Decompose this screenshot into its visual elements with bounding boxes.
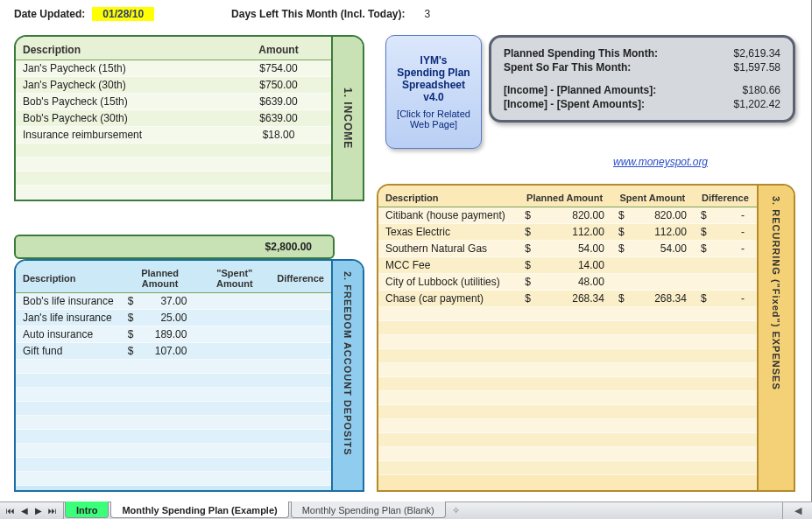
freedom-row[interactable]: Jan's life insurance $ 25.00 <box>16 310 331 326</box>
recurring-row-empty[interactable] <box>378 377 757 391</box>
freedom-row-empty[interactable] <box>16 388 331 402</box>
nav-last-icon[interactable]: ⏭ <box>46 502 60 520</box>
income-tab: 1. INCOME <box>333 37 363 200</box>
recurring-row-empty[interactable] <box>378 405 757 419</box>
recurring-row[interactable]: Texas Electric $ 112.00 $112.00$- <box>378 224 757 241</box>
income-desc: Jan's Paycheck (15th) <box>16 60 226 77</box>
currency-symbol: $ <box>121 310 135 326</box>
badge-line1: IYM's <box>420 54 448 67</box>
recurring-row[interactable]: City of Lubbock (utilities) $ 48.00 <box>378 274 757 291</box>
recurring-row[interactable]: Citibank (house payment) $ 820.00 $820.0… <box>378 207 757 224</box>
recurring-row-empty[interactable] <box>378 349 757 363</box>
recurring-planned: 112.00 <box>532 224 611 241</box>
moneyspot-link[interactable]: www.moneyspot.org <box>613 156 708 168</box>
freedom-diff <box>270 310 331 326</box>
recurring-row-empty[interactable] <box>378 433 757 447</box>
recurring-planned: 14.00 <box>532 257 611 274</box>
income-row-empty[interactable] <box>16 144 331 158</box>
income-row[interactable]: Jan's Paycheck (15th)$754.00 <box>16 60 331 77</box>
header-row: Date Updated: 01/28/10 Days Left This Mo… <box>14 7 430 21</box>
recurring-row[interactable]: Chase (car payment) $ 268.34 $268.34$- <box>378 291 757 307</box>
recurring-row-empty[interactable] <box>378 461 757 475</box>
recurring-desc: City of Lubbock (utilities) <box>378 274 518 291</box>
recurring-col-spent: Spent Amount <box>611 186 694 207</box>
recurring-table: Description Planned Amount Spent Amount … <box>378 186 757 475</box>
sheet-tab-example[interactable]: Monthly Spending Plan (Example) <box>110 501 288 518</box>
recurring-planned: 54.00 <box>532 241 611 257</box>
freedom-row[interactable]: Bob's life insurance $ 37.00 <box>16 293 331 310</box>
freedom-row[interactable]: Gift fund $ 107.00 <box>16 343 331 360</box>
income-desc: Jan's Paycheck (30th) <box>16 77 226 94</box>
recurring-spent: 268.34 <box>625 291 694 307</box>
income-row[interactable]: Bob's Paycheck (30th)$639.00 <box>16 110 331 127</box>
sheet-tab-intro[interactable]: Intro <box>65 501 109 518</box>
freedom-row-empty[interactable] <box>16 374 331 388</box>
recurring-row-empty[interactable] <box>378 419 757 433</box>
summary-row: [Income] - [Planned Amounts]:$180.66 <box>504 83 780 97</box>
recurring-desc: MCC Fee <box>378 257 518 274</box>
currency-symbol: $ <box>518 274 532 291</box>
currency-symbol: $ <box>611 224 625 241</box>
freedom-tab-label: 2. FREEDOM ACCOUNT DEPOSITS <box>342 271 353 456</box>
app-badge[interactable]: IYM's Spending Plan Spreadsheet v4.0 [Cl… <box>385 35 482 149</box>
summary-row: Spent So Far This Month:$1,597.58 <box>504 60 780 74</box>
freedom-planned: 189.00 <box>135 326 200 343</box>
income-row-empty[interactable] <box>16 172 331 186</box>
summary-row: Planned Spending This Month:$2,619.34 <box>504 46 780 60</box>
recurring-desc: Citibank (house payment) <box>378 207 518 224</box>
income-table: Description Amount Jan's Paycheck (15th)… <box>16 37 331 200</box>
recurring-planned: 268.34 <box>532 291 611 307</box>
freedom-row-empty[interactable] <box>16 360 331 374</box>
summary-label: [Income] - [Spent Amounts]: <box>504 98 645 110</box>
freedom-row-empty[interactable] <box>16 416 331 430</box>
income-row[interactable]: Bob's Paycheck (15th)$639.00 <box>16 94 331 110</box>
income-section: Description Amount Jan's Paycheck (15th)… <box>14 35 364 201</box>
nav-next-icon[interactable]: ▶ <box>32 502 46 520</box>
freedom-row-empty[interactable] <box>16 458 331 472</box>
recurring-desc: Texas Electric <box>378 224 518 241</box>
nav-first-icon[interactable]: ⏮ <box>4 502 18 520</box>
income-desc: Insurance reimbursement <box>16 127 226 144</box>
income-desc: Bob's Paycheck (15th) <box>16 94 226 110</box>
recurring-row-empty[interactable] <box>378 391 757 405</box>
insert-sheet-icon[interactable]: ✧ <box>447 502 466 519</box>
recurring-row-empty[interactable] <box>378 321 757 335</box>
recurring-row[interactable]: MCC Fee $ 14.00 <box>378 257 757 274</box>
badge-link-text: [Click for Related Web Page] <box>390 109 477 130</box>
income-row-empty[interactable] <box>16 186 331 200</box>
recurring-diff: - <box>708 207 757 224</box>
freedom-row-empty[interactable] <box>16 472 331 486</box>
hscroll-left-icon[interactable]: ◀ <box>782 502 812 519</box>
recurring-planned: 48.00 <box>532 274 611 291</box>
recurring-row-empty[interactable] <box>378 307 757 321</box>
currency-symbol: $ <box>518 224 532 241</box>
recurring-row-empty[interactable] <box>378 363 757 377</box>
freedom-row-empty[interactable] <box>16 444 331 458</box>
freedom-row[interactable]: Auto insurance $ 189.00 <box>16 326 331 343</box>
sheet-tab-blank[interactable]: Monthly Spending Plan (Blank) <box>291 501 446 518</box>
freedom-row-empty[interactable] <box>16 430 331 444</box>
freedom-table: Description Planned Amount "Spent" Amoun… <box>16 261 331 486</box>
freedom-planned: 37.00 <box>135 293 200 310</box>
freedom-tab: 2. FREEDOM ACCOUNT DEPOSITS <box>333 261 363 490</box>
income-amount: $639.00 <box>226 94 331 110</box>
currency-symbol: $ <box>121 293 135 310</box>
nav-prev-icon[interactable]: ◀ <box>18 502 32 520</box>
recurring-diff: - <box>708 241 757 257</box>
date-updated-value[interactable]: 01/28/10 <box>92 7 154 21</box>
freedom-row-empty[interactable] <box>16 402 331 416</box>
summary-value: $1,597.58 <box>702 61 780 74</box>
currency-symbol: $ <box>518 207 532 224</box>
recurring-desc: Southern Natural Gas <box>378 241 518 257</box>
recurring-spent: 54.00 <box>625 241 694 257</box>
income-row[interactable]: Insurance reimbursement$18.00 <box>16 127 331 144</box>
currency-symbol: $ <box>694 207 708 224</box>
recurring-row-empty[interactable] <box>378 447 757 461</box>
income-col-desc: Description <box>16 37 226 60</box>
income-row-empty[interactable] <box>16 158 331 172</box>
badge-line4: v4.0 <box>423 91 443 103</box>
recurring-row[interactable]: Southern Natural Gas $ 54.00 $54.00$- <box>378 241 757 257</box>
recurring-row-empty[interactable] <box>378 335 757 349</box>
income-total-value: $2,800.00 <box>265 241 312 253</box>
income-row[interactable]: Jan's Paycheck (30th)$750.00 <box>16 77 331 94</box>
